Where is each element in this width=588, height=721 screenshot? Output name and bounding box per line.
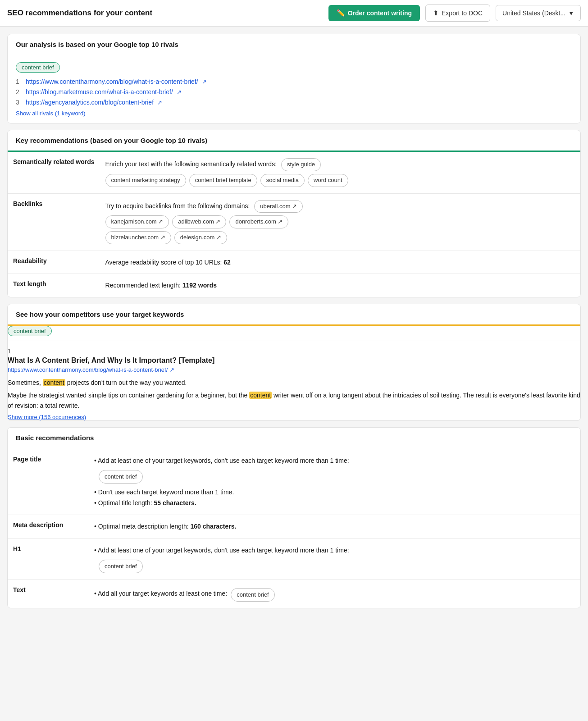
tag-bizrelauncher[interactable]: bizrelauncher.com ↗ (105, 231, 171, 244)
key-recs-table: Semantically related words Enrich your t… (8, 152, 580, 297)
page-header: SEO recommendations for your content ✏️ … (0, 0, 588, 27)
semantically-tags-row: content marketing strategy content brief… (105, 174, 575, 187)
show-more-occurrences-link[interactable]: Show more (156 occurrences) (8, 414, 86, 420)
tag-kanejamison[interactable]: kanejamison.com ↗ (105, 215, 169, 228)
competitors-card: See how your competitors use your target… (7, 304, 581, 421)
text-content: • Add all your target keywords at least … (89, 580, 580, 608)
text-length-label: Text length (8, 274, 100, 297)
tag-social-media[interactable]: social media (260, 174, 305, 187)
rival-url-2[interactable]: https://blog.marketmuse.com/what-is-a-co… (26, 88, 173, 96)
backlinks-label: Backlinks (8, 193, 100, 251)
page-title-length-value: 55 characters. (154, 499, 196, 507)
key-recs-heading: Key recommendations (based on your Googl… (8, 130, 580, 152)
text-length-content: Recommended text length: 1192 words (100, 274, 580, 297)
tag-content-marketing-strategy[interactable]: content marketing strategy (105, 174, 186, 187)
meta-desc-bullet: • Optimal meta description length: 160 c… (94, 521, 575, 532)
semantically-bullet: Enrich your text with the following sema… (105, 158, 575, 171)
country-selector-button[interactable]: United States (Deskt... ▼ (496, 5, 581, 21)
readability-score: 62 (223, 259, 231, 266)
text-length-bullet: Recommended text length: (105, 282, 181, 289)
text-length-row: Text length Recommended text length: 119… (8, 274, 580, 297)
main-content: Our analysis is based on your Google top… (0, 27, 588, 616)
competitor-keyword-row: content brief (8, 326, 580, 341)
key-recs-body: Semantically related words Enrich your t… (8, 152, 580, 297)
semantically-content: Enrich your text with the following sema… (100, 152, 580, 193)
readability-bullet: Average readability score of top 10 URLs… (105, 259, 222, 266)
competitor-result-num: 1 (8, 347, 580, 355)
export-to-doc-button[interactable]: ⬆ Export to DOC (425, 5, 490, 22)
rival-num-3: 3 (16, 99, 22, 106)
readability-label: Readability (8, 251, 100, 274)
keyword-tag[interactable]: content brief (16, 62, 60, 73)
page-title: SEO recommendations for your content (7, 9, 323, 18)
page-title-bullet2: • Don't use each target keyword more tha… (94, 487, 575, 498)
h1-row: H1 • Add at least one of your target key… (8, 539, 580, 580)
competitor-result-url-row: https://www.contentharmony.com/blog/what… (8, 366, 580, 373)
page-title-row: Page title • Add at least one of your ta… (8, 449, 580, 515)
rival-item-3: 3 https://agencyanalytics.com/blog/conte… (16, 99, 572, 106)
backlinks-row: Backlinks Try to acquire backlinks from … (8, 193, 580, 251)
external-link-icon-result[interactable]: ↗ (169, 366, 174, 373)
competitors-heading: See how your competitors use your target… (8, 304, 580, 326)
basic-recs-card: Basic recommendations Page title • Add a… (7, 427, 581, 608)
page-title-label: Page title (8, 449, 89, 515)
competitor-keyword-tag[interactable]: content brief (8, 326, 52, 336)
chevron-down-icon: ▼ (568, 10, 574, 17)
competitor-result-title: What Is A Content Brief, And Why Is It I… (8, 356, 580, 365)
rival-item-1: 1 https://www.contentharmony.com/blog/wh… (16, 78, 572, 85)
h1-label: H1 (8, 539, 89, 580)
upload-icon: ⬆ (433, 9, 439, 17)
basic-recs-heading: Basic recommendations (8, 428, 580, 449)
text-bullet: • Add all your target keywords at least … (94, 586, 575, 602)
basic-recs-table: Page title • Add at least one of your ta… (8, 449, 580, 608)
h1-keyword-tag[interactable]: content brief (99, 560, 143, 573)
tag-uberall[interactable]: uberall.com ↗ (254, 200, 303, 213)
rivals-body: content brief 1 https://www.contentharmo… (8, 56, 580, 123)
competitor-result-url[interactable]: https://www.contentharmony.com/blog/what… (8, 366, 168, 373)
show-all-rivals-link[interactable]: Show all rivals (1 keyword) (16, 110, 86, 117)
meta-desc-label: Meta description (8, 515, 89, 539)
page-title-content: • Add at least one of your target keywor… (89, 449, 580, 515)
order-content-writing-button[interactable]: ✏️ Order content writing (328, 5, 420, 21)
external-link-icon-1[interactable]: ↗ (202, 78, 207, 85)
tag-adlibweb[interactable]: adlibweb.com ↗ (172, 215, 226, 228)
competitors-body: content brief 1 What Is A Content Brief,… (8, 326, 580, 420)
meta-desc-value: 160 characters. (190, 523, 236, 530)
tag-style-guide[interactable]: style guide (281, 158, 321, 171)
semantically-label: Semantically related words (8, 152, 100, 193)
rivals-heading: Our analysis is based on your Google top… (8, 34, 580, 56)
tag-donroberts[interactable]: donroberts.com ↗ (229, 215, 288, 228)
key-recs-card: Key recommendations (based on your Googl… (7, 130, 581, 297)
h1-content: • Add at least one of your target keywor… (89, 539, 580, 580)
external-link-icon-3[interactable]: ↗ (157, 99, 162, 106)
rivals-card: Our analysis is based on your Google top… (7, 34, 581, 123)
text-row: Text • Add all your target keywords at l… (8, 580, 580, 608)
highlight-content-1: content (43, 379, 65, 386)
rival-num-1: 1 (16, 78, 22, 85)
h1-bullet1: • Add at least one of your target keywor… (94, 545, 575, 556)
rivals-list: 1 https://www.contentharmony.com/blog/wh… (16, 78, 572, 106)
external-link-icon-2[interactable]: ↗ (177, 89, 182, 96)
tag-word-count[interactable]: word count (308, 174, 348, 187)
rival-url-1[interactable]: https://www.contentharmony.com/blog/what… (26, 78, 198, 85)
text-length-value: 1192 words (182, 282, 217, 289)
tag-content-brief-template[interactable]: content brief template (189, 174, 257, 187)
competitor-excerpt-1: Sometimes, content projects don't turn o… (8, 378, 580, 388)
basic-recs-body: Page title • Add at least one of your ta… (8, 449, 580, 608)
readability-content: Average readability score of top 10 URLs… (100, 251, 580, 274)
text-label: Text (8, 580, 89, 608)
tag-delesign[interactable]: delesign.com ↗ (174, 231, 227, 244)
competitor-result: 1 What Is A Content Brief, And Why Is It… (8, 341, 580, 420)
rival-url-3[interactable]: https://agencyanalytics.com/blog/content… (26, 99, 154, 106)
competitor-excerpt-2: Maybe the strategist wanted simple tips … (8, 390, 580, 411)
page-title-tag-row: content brief (99, 468, 575, 484)
rival-item-2: 2 https://blog.marketmuse.com/what-is-a-… (16, 88, 572, 96)
meta-desc-content: • Optimal meta description length: 160 c… (89, 515, 580, 539)
backlinks-content: Try to acquire backlinks from the follow… (100, 193, 580, 251)
page-title-bullet1: • Add at least one of your target keywor… (94, 456, 575, 466)
semantically-related-row: Semantically related words Enrich your t… (8, 152, 580, 193)
meta-desc-row: Meta description • Optimal meta descript… (8, 515, 580, 539)
text-keyword-tag[interactable]: content brief (231, 588, 275, 602)
page-title-keyword-tag[interactable]: content brief (99, 470, 143, 484)
readability-row: Readability Average readability score of… (8, 251, 580, 274)
